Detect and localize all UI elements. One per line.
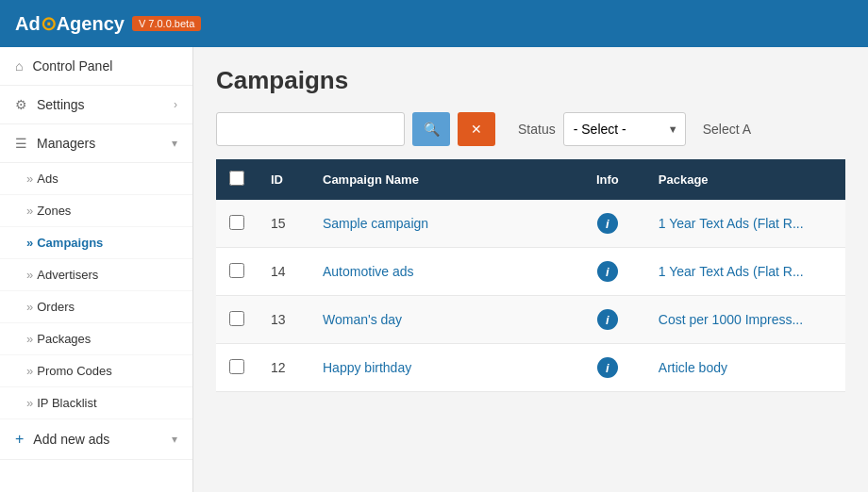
search-input[interactable] <box>216 112 405 146</box>
arrow-icon: » <box>26 396 33 410</box>
th-checkbox <box>216 159 258 200</box>
row-checkbox-cell <box>216 296 258 344</box>
package-link[interactable]: Cost per 1000 Impress... <box>659 312 803 327</box>
sidebar-item-managers[interactable]: ☰ Managers ▾ <box>0 124 192 163</box>
package-link[interactable]: Article body <box>659 360 727 375</box>
select-all-checkbox[interactable] <box>229 171 244 186</box>
row-checkbox-cell <box>216 200 258 248</box>
sidebar-sub-item-label: Packages <box>37 332 91 346</box>
arrow-icon: » <box>26 364 33 378</box>
table-row: 13 Woman's day i Cost per 1000 Impress..… <box>216 296 845 344</box>
sidebar-item-label: Control Panel <box>32 58 177 74</box>
search-icon: 🔍 <box>424 122 440 137</box>
row-campaign-name: Woman's day <box>309 296 570 344</box>
home-icon: ⌂ <box>15 58 23 74</box>
sidebar-sub-item-label: IP Blacklist <box>37 396 96 410</box>
th-campaign-name: Campaign Name <box>309 159 570 200</box>
row-campaign-name: Automotive ads <box>309 248 570 296</box>
sidebar-sub-item-label: Ads <box>37 172 58 186</box>
row-package: 1 Year Text Ads (Flat R... <box>645 248 845 296</box>
info-icon[interactable]: i <box>597 309 618 330</box>
row-info: i <box>570 200 645 248</box>
th-id: ID <box>258 159 309 200</box>
campaign-name-link[interactable]: Happy birthday <box>323 360 411 375</box>
row-campaign-name: Happy birthday <box>309 344 570 392</box>
sidebar-sub-item-label: Promo Codes <box>37 364 111 378</box>
logo-area: Ad⊙Agency V 7.0.0.beta <box>15 12 201 35</box>
campaigns-table: ID Campaign Name Info Package 15 Sample … <box>216 159 845 392</box>
sidebar-sub-item-label: Advertisers <box>37 268 98 282</box>
sidebar-item-label: Settings <box>37 97 164 112</box>
select-advertiser-label: Select A <box>703 122 751 137</box>
sidebar-item-campaigns[interactable]: » Campaigns <box>0 227 192 259</box>
sidebar-item-control-panel[interactable]: ⌂ Control Panel <box>0 47 192 86</box>
campaign-name-link[interactable]: Sample campaign <box>323 216 428 231</box>
plus-icon: + <box>15 431 24 448</box>
chevron-right-icon: › <box>174 98 177 111</box>
table-row: 15 Sample campaign i 1 Year Text Ads (Fl… <box>216 200 845 248</box>
table-header-row: ID Campaign Name Info Package <box>216 159 845 200</box>
row-checkbox[interactable] <box>229 359 244 374</box>
table-row: 14 Automotive ads i 1 Year Text Ads (Fla… <box>216 248 845 296</box>
sidebar-item-advertisers[interactable]: » Advertisers <box>0 259 192 291</box>
sidebar-sub-item-label: Orders <box>37 300 75 314</box>
version-badge: V 7.0.0.beta <box>132 16 201 31</box>
info-icon[interactable]: i <box>597 261 618 282</box>
row-id: 14 <box>258 248 309 296</box>
row-checkbox[interactable] <box>229 263 244 278</box>
status-select[interactable]: - Select - Active Inactive <box>563 112 686 146</box>
arrow-icon: » <box>26 300 33 314</box>
th-info: Info <box>570 159 645 200</box>
sidebar-sub-item-label: Zones <box>37 204 71 218</box>
sidebar-sub-item-label: Campaigns <box>37 236 103 250</box>
search-button[interactable]: 🔍 <box>412 112 450 146</box>
list-icon: ☰ <box>15 136 27 151</box>
sidebar-item-add-new-ads[interactable]: + Add new ads ▾ <box>0 419 192 460</box>
sidebar-item-label: Add new ads <box>33 432 162 447</box>
arrow-icon: » <box>26 332 33 346</box>
page-title: Campaigns <box>216 66 845 95</box>
arrow-icon: » <box>26 268 33 282</box>
sidebar-item-ip-blacklist[interactable]: » IP Blacklist <box>0 387 192 419</box>
sidebar-item-orders[interactable]: » Orders <box>0 291 192 323</box>
row-checkbox[interactable] <box>229 215 244 230</box>
close-icon: ✕ <box>471 122 482 137</box>
sidebar-item-settings[interactable]: ⚙ Settings › <box>0 86 192 124</box>
arrow-icon: » <box>26 172 33 186</box>
clear-button[interactable]: ✕ <box>458 112 495 146</box>
campaign-name-link[interactable]: Automotive ads <box>323 264 414 279</box>
header: Ad⊙Agency V 7.0.0.beta <box>0 0 868 47</box>
campaign-name-link[interactable]: Woman's day <box>323 312 402 327</box>
row-info: i <box>570 248 645 296</box>
package-link[interactable]: 1 Year Text Ads (Flat R... <box>659 264 804 279</box>
chevron-down-icon: ▾ <box>172 137 177 150</box>
row-package: Cost per 1000 Impress... <box>645 296 845 344</box>
info-icon[interactable]: i <box>597 357 618 378</box>
logo: Ad⊙Agency <box>15 12 125 35</box>
package-link[interactable]: 1 Year Text Ads (Flat R... <box>659 216 804 231</box>
main-content: Campaigns 🔍 ✕ Status - Select - Active I… <box>193 47 868 492</box>
info-icon[interactable]: i <box>597 213 618 234</box>
main-layout: ⌂ Control Panel ⚙ Settings › ☰ Managers … <box>0 47 868 492</box>
table-body: 15 Sample campaign i 1 Year Text Ads (Fl… <box>216 200 845 392</box>
row-checkbox-cell <box>216 248 258 296</box>
arrow-icon: » <box>26 236 33 250</box>
row-id: 13 <box>258 296 309 344</box>
sidebar-item-promo-codes[interactable]: » Promo Codes <box>0 355 192 387</box>
sidebar: ⌂ Control Panel ⚙ Settings › ☰ Managers … <box>0 47 193 492</box>
row-package: Article body <box>645 344 845 392</box>
row-info: i <box>570 344 645 392</box>
row-id: 15 <box>258 200 309 248</box>
row-package: 1 Year Text Ads (Flat R... <box>645 200 845 248</box>
sidebar-item-packages[interactable]: » Packages <box>0 323 192 355</box>
arrow-icon: » <box>26 204 33 218</box>
chevron-down-icon: ▾ <box>172 433 177 446</box>
sidebar-item-zones[interactable]: » Zones <box>0 195 192 227</box>
row-checkbox[interactable] <box>229 311 244 326</box>
campaigns-table-wrapper: ID Campaign Name Info Package 15 Sample … <box>216 159 845 392</box>
th-package: Package <box>645 159 845 200</box>
sidebar-item-label: Managers <box>37 136 162 151</box>
gear-icon: ⚙ <box>15 97 27 112</box>
sidebar-item-ads[interactable]: » Ads <box>0 163 192 195</box>
table-row: 12 Happy birthday i Article body <box>216 344 845 392</box>
